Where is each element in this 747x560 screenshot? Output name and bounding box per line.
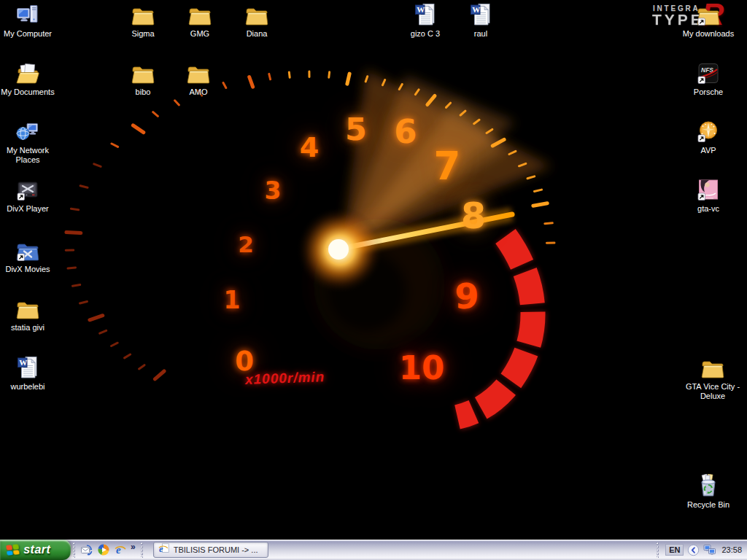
desktop-icon-raul[interactable]: Wraul <box>452 3 509 39</box>
icon-label: wurbelebi <box>10 382 44 392</box>
divx-player-icon <box>15 178 40 203</box>
my-network-places-icon <box>15 120 40 144</box>
quicklaunch-internet-explorer[interactable]: e <box>113 542 128 557</box>
icon-label: GTA Vice City - Deluxe <box>680 382 746 401</box>
dial-number: 7 <box>434 144 461 188</box>
dial-number: 5 <box>345 111 367 147</box>
desktop-icon-avp[interactable]: AVP <box>680 120 737 155</box>
icon-label: My Network Places <box>0 146 56 165</box>
desktop-icon-bibo[interactable]: bibo <box>115 61 171 97</box>
svg-text:W: W <box>19 358 27 367</box>
toolbar-grip[interactable] <box>657 542 659 558</box>
desktop-icon-porsche[interactable]: NFSPorsche <box>680 61 737 97</box>
my-computer-icon <box>15 3 40 28</box>
svg-text:W: W <box>417 5 425 14</box>
network-tray-icon[interactable] <box>703 544 716 556</box>
task-label: TBILISIS FORUMI -> ... <box>174 545 258 554</box>
quick-launch-bar: e <box>78 542 129 557</box>
dial-number: 9 <box>454 276 479 316</box>
dial-number: 10 <box>399 349 445 387</box>
avp-icon <box>696 120 721 144</box>
desktop-icon-amo[interactable]: AMO <box>170 61 227 97</box>
task-button-tbilisis-forumi[interactable]: e TBILISIS FORUMI -> ... <box>153 542 268 558</box>
toolbar-grip[interactable] <box>73 542 76 558</box>
desktop-icon-my-downloads[interactable]: My downloads <box>680 3 737 39</box>
icon-label: Sigma <box>131 29 154 39</box>
internet-explorer-icon: e <box>158 542 170 557</box>
folder-icon <box>700 356 725 381</box>
desktop-icon-my-documents[interactable]: My Documents <box>0 61 56 97</box>
icon-label: gizo C 3 <box>411 29 440 39</box>
icon-label: Porsche <box>694 88 723 97</box>
icon-label: AMO <box>189 88 207 97</box>
icon-label: AVP <box>700 146 716 155</box>
dial-number: 6 <box>394 112 417 151</box>
desktop-icon-gmg[interactable]: GMG <box>171 3 228 39</box>
svg-text:e: e <box>116 544 121 556</box>
icon-label: My Documents <box>1 88 54 97</box>
desktop-icon-gizo-c-3[interactable]: Wgizo C 3 <box>397 3 454 39</box>
word-doc-icon: W <box>413 3 438 28</box>
icon-label: My Computer <box>4 29 52 39</box>
gta-vc-icon <box>696 178 721 203</box>
icon-label: statia givi <box>11 323 44 332</box>
taskbar-clock[interactable]: 23:58 <box>721 545 742 554</box>
desktop-icon-my-network-places[interactable]: My Network Places <box>0 120 56 165</box>
quicklaunch-outlook-express[interactable] <box>80 542 94 557</box>
dial-unit-label: x1000r/min <box>245 369 325 388</box>
desktop-icon-recycle-bin[interactable]: Recycle Bin <box>680 474 737 510</box>
dial-number: 1 <box>224 286 241 314</box>
divx-movies-icon <box>15 238 40 263</box>
toolbar-grip[interactable] <box>141 542 144 558</box>
word-doc-icon: W <box>468 3 493 28</box>
hide-icons-chevron-button[interactable] <box>687 544 700 556</box>
icon-label: bibo <box>136 88 151 97</box>
quicklaunch-windows-media-player[interactable] <box>96 542 111 557</box>
word-doc-icon: W <box>15 356 40 381</box>
nfs-porsche-icon: NFS <box>696 61 721 86</box>
icon-label: My downloads <box>683 29 734 39</box>
icon-label: GMG <box>190 29 209 39</box>
windows-logo-icon <box>6 544 20 556</box>
desktop-icon-divx-movies[interactable]: DivX Movies <box>0 238 56 274</box>
desktop-icon-wurbelebi[interactable]: Wwurbelebi <box>0 356 56 392</box>
desktop-icon-diana[interactable]: Diana <box>228 3 285 39</box>
desktop-icon-divx-player[interactable]: DivX Player <box>0 178 56 214</box>
start-label: start <box>23 543 50 556</box>
svg-text:W: W <box>472 5 480 14</box>
desktop-icon-gta-vice-city-deluxe[interactable]: GTA Vice City - Deluxe <box>680 356 746 401</box>
folder-shortcut-icon <box>696 3 721 28</box>
recycle-bin-icon <box>696 474 721 499</box>
folder-icon <box>244 3 269 28</box>
folder-icon <box>131 61 155 86</box>
folder-icon <box>131 3 155 28</box>
icon-label: raul <box>474 29 487 39</box>
dial-number: 3 <box>265 176 282 205</box>
desktop[interactable]: 012345678910 x1000r/min INTEGRA TYPE R M… <box>0 0 747 560</box>
dial-number: 4 <box>300 131 319 163</box>
dial-number: 2 <box>238 231 254 257</box>
icon-label: DivX Player <box>7 204 48 214</box>
wallpaper-tachometer <box>0 0 747 540</box>
desktop-icon-sigma[interactable]: Sigma <box>115 3 171 39</box>
folder-icon <box>186 61 211 86</box>
quick-launch-overflow-chevron[interactable]: » <box>131 542 136 552</box>
system-tray: EN 23:58 <box>654 542 747 558</box>
folder-icon <box>187 3 212 28</box>
start-button[interactable]: start <box>0 540 71 560</box>
icon-label: Recycle Bin <box>687 500 729 510</box>
dial-redline <box>457 236 533 417</box>
icon-label: Diana <box>247 29 268 39</box>
taskbar: start e » e TBILISIS FORUMI -> ... EN 23… <box>0 540 747 560</box>
svg-text:e: e <box>159 544 163 554</box>
folder-icon <box>15 297 40 322</box>
icon-label: gta-vc <box>697 204 719 214</box>
dial-number: 8 <box>461 195 486 237</box>
desktop-icon-statia-givi[interactable]: statia givi <box>0 297 56 332</box>
my-documents-icon <box>15 61 40 86</box>
language-indicator[interactable]: EN <box>665 544 684 556</box>
icon-label: DivX Movies <box>5 265 50 274</box>
desktop-icon-my-computer[interactable]: My Computer <box>0 3 56 39</box>
desktop-icon-gta-vc[interactable]: gta-vc <box>680 178 737 214</box>
